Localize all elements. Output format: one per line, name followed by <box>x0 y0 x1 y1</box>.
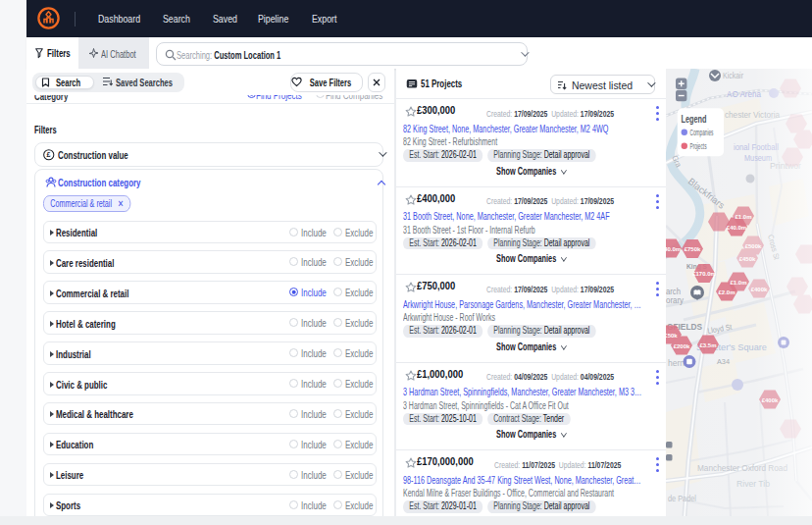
svg-text:£1.0m: £1.0m <box>735 214 751 220</box>
svg-text:£3.5m: £3.5m <box>699 342 716 348</box>
svg-text:£450k: £450k <box>739 256 756 262</box>
svg-text:£500k: £500k <box>745 243 762 249</box>
svg-text:£: £ <box>46 151 50 159</box>
svg-text:Companies: Companies <box>690 127 714 137</box>
svg-text:£1.0m: £1.0m <box>730 280 746 286</box>
svg-text:£400k: £400k <box>751 287 768 292</box>
svg-text:£170.0m: £170.0m <box>692 271 716 277</box>
svg-text:Projects: Projects <box>690 140 707 151</box>
svg-text:£40.0m: £40.0m <box>666 246 681 252</box>
svg-text:£200k: £200k <box>674 343 690 349</box>
svg-text:£40.0m: £40.0m <box>727 225 746 231</box>
svg-text:£750k: £750k <box>685 246 701 252</box>
svg-text:Legend: Legend <box>682 113 707 125</box>
svg-text:£2.0m: £2.0m <box>718 289 735 295</box>
svg-text:£400k: £400k <box>762 397 779 403</box>
svg-text:£50k: £50k <box>666 333 678 339</box>
